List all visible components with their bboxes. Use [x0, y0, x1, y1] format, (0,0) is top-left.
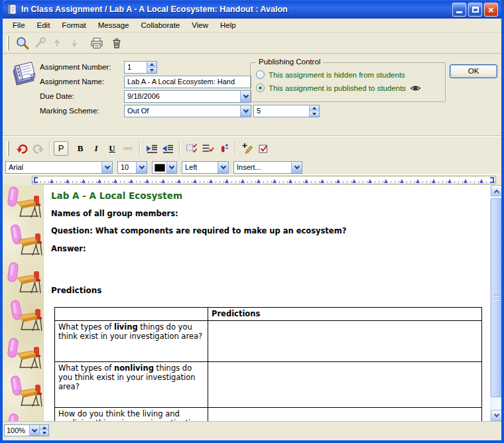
font-size-dropdown-button[interactable] [136, 162, 147, 173]
left-margin-marker[interactable] [34, 177, 38, 183]
redo-button-disabled[interactable] [30, 141, 46, 157]
vertical-scrollbar[interactable] [490, 185, 501, 421]
main-toolbar [3, 32, 501, 54]
insert-dropdown-button[interactable] [291, 162, 302, 173]
tab-stop-marker[interactable] [209, 179, 213, 183]
insert-field-button[interactable] [216, 141, 231, 157]
minimize-button[interactable] [452, 3, 466, 17]
menu-collaborate[interactable]: Collaborate [135, 20, 186, 31]
zoom-control[interactable]: 100% [4, 424, 49, 436]
tab-stop-marker[interactable] [304, 179, 308, 183]
menu-message[interactable]: Message [92, 20, 135, 31]
tab-stop-marker[interactable] [464, 179, 468, 183]
list-marks-button[interactable] [200, 141, 216, 157]
marking-scheme-select[interactable]: Out Of [124, 105, 251, 117]
next-button-disabled[interactable] [66, 34, 83, 52]
select-marks-button[interactable] [184, 141, 200, 157]
right-margin-marker[interactable] [490, 177, 494, 183]
insert-select[interactable]: Insert... [233, 161, 302, 174]
tab-stop-marker[interactable] [97, 179, 101, 183]
tab-stop-marker[interactable] [225, 179, 229, 183]
font-family-dropdown-button[interactable] [101, 162, 112, 173]
font-color-dropdown-button[interactable] [166, 162, 176, 173]
radio-checked-icon[interactable] [256, 84, 265, 92]
search-button[interactable] [14, 34, 31, 52]
tools-button-disabled[interactable] [31, 34, 48, 52]
toolbar-grip[interactable] [7, 36, 9, 50]
tab-stop-marker[interactable] [320, 179, 324, 183]
ruler-track[interactable] [32, 176, 496, 184]
list-marks-icon [202, 143, 214, 154]
tab-stop-marker[interactable] [416, 179, 420, 183]
print-button[interactable] [88, 34, 105, 52]
answer-cell[interactable] [208, 321, 482, 362]
strikethrough-button-disabled[interactable]: abc [120, 141, 136, 157]
add-annotation-button[interactable] [239, 141, 255, 157]
tab-stop-marker[interactable] [479, 179, 483, 183]
tab-stop-marker[interactable] [400, 179, 404, 183]
italic-button[interactable]: I [88, 141, 104, 157]
delete-button[interactable] [108, 34, 125, 52]
marking-points-stepper[interactable]: 5 [253, 105, 320, 117]
scroll-up-button[interactable] [491, 185, 501, 196]
tab-stop-marker[interactable] [288, 179, 292, 183]
tab-stop-marker[interactable] [384, 179, 388, 183]
scroll-down-button[interactable] [491, 410, 501, 421]
font-family-select[interactable]: Arial [5, 161, 113, 174]
undo-button[interactable] [14, 141, 30, 157]
menu-help[interactable]: Help [214, 20, 242, 31]
tab-stop-marker[interactable] [50, 179, 54, 183]
due-date-dropdown-button[interactable] [240, 91, 251, 102]
tab-stop-marker[interactable] [129, 179, 133, 183]
close-button[interactable]: × [484, 3, 498, 17]
assignment-number-spin-buttons[interactable] [147, 62, 157, 73]
previous-button-disabled[interactable] [48, 34, 66, 52]
assignment-number-stepper[interactable]: 1 [124, 61, 157, 74]
paragraph-style-button[interactable]: P [54, 141, 68, 156]
tab-stop-marker[interactable] [368, 179, 372, 183]
indent-decrease-button[interactable] [160, 141, 176, 157]
align-select[interactable]: Left [182, 161, 229, 174]
publishing-option-published[interactable]: This assignment is published to students [256, 84, 421, 92]
approve-button[interactable] [255, 141, 271, 157]
marking-scheme-dropdown-button[interactable] [240, 105, 251, 117]
tab-stop-marker[interactable] [336, 179, 340, 183]
tab-stop-marker[interactable] [241, 179, 245, 183]
tab-stop-marker[interactable] [432, 179, 436, 183]
format-toolbar-grip[interactable] [7, 141, 9, 156]
font-color-select[interactable] [152, 161, 177, 174]
tab-stop-marker[interactable] [177, 179, 181, 183]
tab-stop-marker[interactable] [273, 179, 277, 183]
zoom-dropdown-button[interactable] [29, 425, 39, 436]
underline-button[interactable]: U [104, 141, 120, 157]
tab-stop-marker[interactable] [448, 179, 452, 183]
tab-stop-marker[interactable] [82, 179, 86, 183]
menu-file[interactable]: File [7, 20, 31, 31]
tab-stop-marker[interactable] [352, 179, 356, 183]
answer-cell[interactable] [208, 408, 482, 422]
menu-edit[interactable]: Edit [31, 20, 56, 31]
tab-stop-marker[interactable] [145, 179, 149, 183]
font-size-select[interactable]: 10 [117, 161, 147, 174]
tab-stop-marker[interactable] [161, 179, 165, 183]
zoom-spin-buttons[interactable] [39, 425, 48, 436]
tab-stop-marker[interactable] [113, 179, 117, 183]
document-body[interactable]: Lab A - A Local Ecosystem Names of all g… [44, 185, 490, 421]
bold-button[interactable]: B [72, 141, 88, 157]
menu-view[interactable]: View [186, 20, 214, 31]
scrollbar-thumb[interactable] [491, 198, 501, 397]
tab-stop-marker[interactable] [193, 179, 197, 183]
align-dropdown-button[interactable] [218, 162, 228, 173]
indent-increase-button[interactable] [144, 141, 160, 157]
tab-stop-marker[interactable] [257, 179, 261, 183]
tab-stop-marker[interactable] [66, 179, 70, 183]
ok-button[interactable]: OK [450, 64, 497, 78]
publishing-option-hidden[interactable]: This assignment is hidden from students [256, 70, 405, 79]
maximize-button[interactable] [468, 3, 482, 17]
menu-format[interactable]: Format [56, 20, 92, 31]
radio-unchecked-icon[interactable] [256, 70, 265, 79]
assignment-name-field[interactable]: Lab A - A Local Ecosystem: Hand [124, 76, 251, 88]
due-date-select[interactable]: 9/18/2006 [124, 90, 251, 103]
marking-points-spin-buttons[interactable] [309, 105, 319, 117]
answer-cell[interactable] [208, 362, 482, 408]
